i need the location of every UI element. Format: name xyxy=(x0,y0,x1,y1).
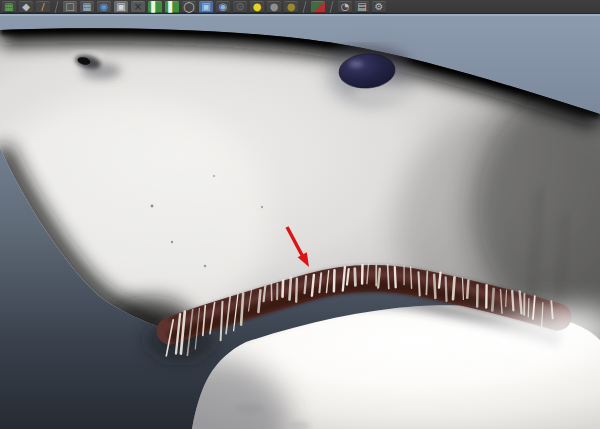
viewport-canvas[interactable] xyxy=(0,14,600,429)
toolbar-separator xyxy=(53,1,60,13)
toolbar-separator xyxy=(328,1,335,13)
render-frame-icon[interactable]: ◉ xyxy=(216,1,230,13)
poly-cube-icon[interactable]: ◆ xyxy=(19,1,33,13)
grid-snap-icon[interactable]: ▦ xyxy=(80,1,94,13)
tool-settings-icon[interactable]: ⚙ xyxy=(372,1,386,13)
viewport[interactable] xyxy=(0,14,600,429)
viewport-top-highlight xyxy=(0,14,600,16)
curve-snap-icon[interactable]: ◉ xyxy=(97,1,111,13)
toolbar: ▦◆∕□▦◉▣×▌▌◯▣◉⊙●●●◔▤⚙ xyxy=(0,0,600,14)
render-view-icon[interactable]: ◯ xyxy=(182,1,196,13)
script-editor-icon[interactable]: ▤ xyxy=(355,1,369,13)
paint-select-icon[interactable] xyxy=(311,1,325,13)
texture-view-icon[interactable]: ▣ xyxy=(199,1,213,13)
shaded-sphere-icon[interactable]: ● xyxy=(267,1,281,13)
history-toggle-icon[interactable]: ▌ xyxy=(148,1,162,13)
toolbar-separator xyxy=(301,1,308,13)
save-scene-icon[interactable]: ▦ xyxy=(2,1,16,13)
ipr-render-icon[interactable]: ⊙ xyxy=(233,1,247,13)
list-input-icon[interactable]: □ xyxy=(63,1,77,13)
textured-sphere-icon[interactable]: ● xyxy=(284,1,298,13)
eye xyxy=(328,48,412,104)
playback-toggle-icon[interactable]: ▌ xyxy=(165,1,179,13)
snap-magnet-icon[interactable]: ∕ xyxy=(36,1,50,13)
view-plane-snap-icon[interactable]: × xyxy=(131,1,145,13)
clock-icon[interactable]: ◔ xyxy=(338,1,352,13)
light-sphere-icon[interactable]: ● xyxy=(250,1,264,13)
point-snap-icon[interactable]: ▣ xyxy=(114,1,128,13)
